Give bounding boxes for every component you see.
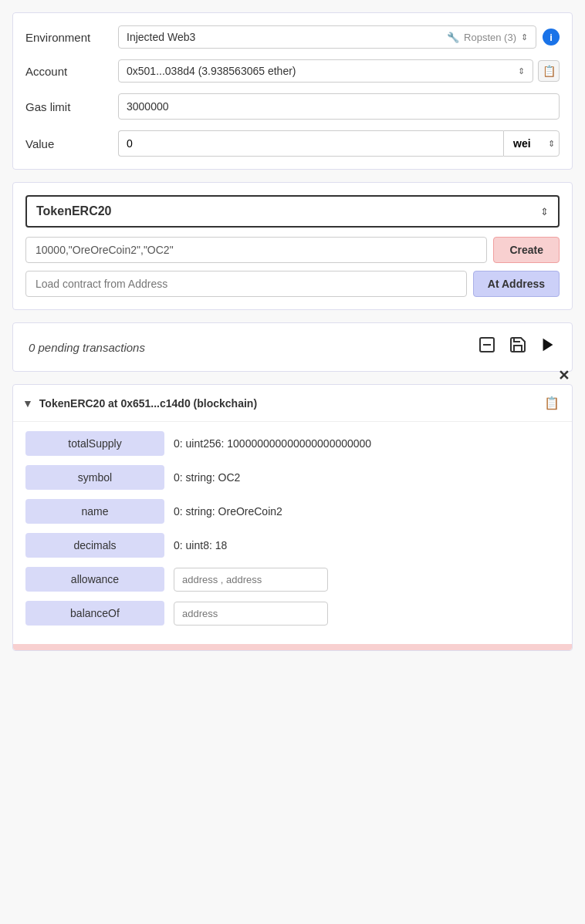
environment-row: Environment Injected Web3 🔧 Ropsten (3) …: [25, 25, 560, 49]
allowance-input[interactable]: [174, 568, 328, 592]
environment-value: Injected Web3: [127, 31, 195, 43]
environment-label: Environment: [25, 31, 118, 44]
info-icon[interactable]: i: [543, 29, 560, 46]
close-x-button[interactable]: ✕: [558, 367, 570, 384]
constructor-args-input[interactable]: [25, 237, 487, 263]
deployed-header: ▼ TokenERC20 at 0x651...c14d0 (blockchai…: [13, 385, 572, 422]
environment-select[interactable]: Injected Web3 🔧 Ropsten (3) ⇕: [118, 25, 536, 49]
method-result-name: 0: string: OreOreCoin2: [174, 505, 282, 518]
bottom-accent: [13, 644, 572, 650]
account-label: Account: [25, 65, 118, 78]
environment-arrows: ⇕: [521, 32, 528, 42]
method-button-totalsupply[interactable]: totalSupply: [25, 431, 164, 456]
at-address-row: At Address: [25, 271, 560, 297]
value-label: Value: [25, 137, 118, 150]
contract-select[interactable]: TokenERC20 ⇕: [25, 195, 560, 228]
method-result-symbol: 0: string: OC2: [174, 471, 240, 484]
method-button-decimals[interactable]: decimals: [25, 533, 164, 558]
create-button[interactable]: Create: [493, 237, 560, 263]
gas-limit-input[interactable]: [118, 93, 560, 120]
method-row-allowance: allowance: [25, 567, 560, 592]
minimize-icon[interactable]: [478, 336, 496, 359]
method-result-decimals: 0: uint8: 18: [174, 539, 227, 551]
contract-methods: totalSupply 0: uint256: 1000000000000000…: [13, 422, 572, 644]
environment-network: 🔧 Ropsten (3) ⇕: [447, 32, 528, 43]
balanceof-input[interactable]: [174, 602, 328, 626]
deployed-contract-title: TokenERC20 at 0x651...c14d0 (blockchain): [39, 397, 544, 410]
method-button-balanceof[interactable]: balanceOf: [25, 601, 164, 626]
network-text: Ropsten (3): [464, 32, 516, 43]
load-address-input[interactable]: [25, 271, 467, 297]
method-row-totalsupply: totalSupply 0: uint256: 1000000000000000…: [25, 431, 560, 456]
value-row: Value wei gwei ether: [25, 130, 560, 157]
constructor-args-row: Create: [25, 237, 560, 263]
gas-limit-label: Gas limit: [25, 100, 118, 113]
deployed-copy-icon[interactable]: 📋: [544, 396, 560, 410]
account-value: 0x501...038d4 (3.938563065 ether): [127, 65, 296, 77]
method-row-balanceof: balanceOf: [25, 601, 560, 626]
transactions-panel: 0 pending transactions: [12, 322, 573, 372]
method-button-allowance[interactable]: allowance: [25, 567, 164, 592]
save-icon[interactable]: [509, 336, 527, 359]
method-button-symbol[interactable]: symbol: [25, 465, 164, 490]
wrench-icon: 🔧: [447, 32, 459, 43]
svg-marker-2: [543, 339, 553, 352]
account-copy-button[interactable]: 📋: [538, 60, 560, 82]
contract-arrows: ⇕: [540, 206, 549, 218]
gas-limit-row: Gas limit: [25, 93, 560, 120]
contract-panel: TokenERC20 ⇕ Create At Address: [12, 182, 573, 310]
method-result-totalsupply: 0: uint256: 100000000000000000000000: [174, 437, 371, 450]
pending-transactions-text: 0 pending transactions: [29, 341, 145, 354]
account-arrows: ⇕: [518, 66, 525, 76]
copy-icon: 📋: [543, 65, 556, 77]
play-icon[interactable]: [539, 336, 556, 358]
transaction-icons: [478, 336, 556, 359]
account-row: Account 0x501...038d4 (3.938563065 ether…: [25, 59, 560, 83]
method-row-symbol: symbol 0: string: OC2: [25, 465, 560, 490]
deployed-contract-panel: ▼ TokenERC20 at 0x651...c14d0 (blockchai…: [12, 384, 573, 651]
contract-name: TokenERC20: [36, 204, 112, 218]
at-address-button[interactable]: At Address: [473, 271, 560, 297]
method-row-name: name 0: string: OreOreCoin2: [25, 499, 560, 524]
method-button-name[interactable]: name: [25, 499, 164, 524]
value-input[interactable]: [118, 130, 503, 157]
expand-chevron-icon[interactable]: ▼: [22, 397, 33, 410]
account-select[interactable]: 0x501...038d4 (3.938563065 ether) ⇕: [118, 59, 533, 83]
unit-select[interactable]: wei gwei ether: [503, 130, 560, 157]
method-row-decimals: decimals 0: uint8: 18: [25, 533, 560, 558]
